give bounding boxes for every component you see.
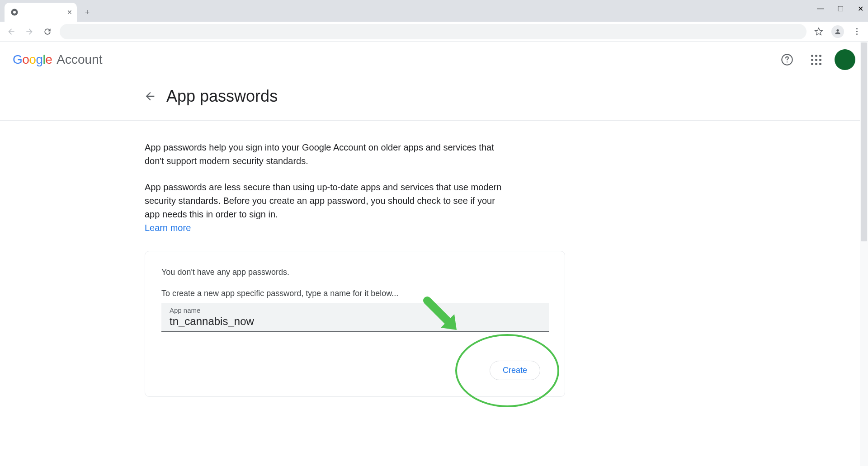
browser-tab[interactable]: ✕ <box>5 3 77 22</box>
forward-button[interactable] <box>22 24 37 39</box>
tab-favicon-icon <box>10 8 19 17</box>
scrollbar-thumb[interactable] <box>861 42 867 241</box>
address-bar[interactable] <box>60 24 807 39</box>
bookmark-star-icon[interactable] <box>811 24 826 39</box>
page-title: App passwords <box>166 87 278 106</box>
content-area: App passwords help you sign into your Go… <box>0 121 579 397</box>
maximize-icon[interactable]: ☐ <box>836 5 844 13</box>
reload-button[interactable] <box>40 24 55 39</box>
browser-toolbar <box>0 22 868 42</box>
google-logo-text: Google <box>13 52 52 67</box>
chrome-profile-icon[interactable] <box>830 24 845 39</box>
app-name-label: App name <box>170 306 541 314</box>
help-icon[interactable] <box>777 49 797 70</box>
app-passwords-card: You don't have any app passwords. To cre… <box>145 251 565 397</box>
app-header: Google Account <box>0 42 868 78</box>
description-2-text: App passwords are less secure than using… <box>145 182 501 219</box>
back-arrow-icon[interactable] <box>144 90 156 103</box>
svg-point-3 <box>787 61 788 62</box>
new-tab-button[interactable]: + <box>80 5 95 20</box>
svg-point-1 <box>13 11 16 14</box>
page-title-row: App passwords <box>0 78 868 121</box>
description-2: App passwords are less secure than using… <box>145 180 506 235</box>
window-controls: — ☐ ✕ <box>816 5 864 13</box>
back-button[interactable] <box>4 24 19 39</box>
avatar[interactable] <box>835 49 855 70</box>
chrome-menu-icon[interactable] <box>849 24 864 39</box>
browser-chrome: ✕ + — ☐ ✕ <box>0 0 868 42</box>
scrollbar[interactable] <box>860 42 868 466</box>
create-button[interactable]: Create <box>490 361 540 380</box>
empty-state-message: You don't have any app passwords. <box>161 268 548 277</box>
app-name-field[interactable] <box>170 314 541 329</box>
account-label: Account <box>57 52 102 67</box>
tab-bar: ✕ + — ☐ ✕ <box>0 0 868 22</box>
create-instruction: To create a new app specific password, t… <box>161 289 548 298</box>
description-1: App passwords help you sign into your Go… <box>145 141 506 168</box>
close-window-icon[interactable]: ✕ <box>856 5 864 13</box>
google-account-logo[interactable]: Google Account <box>13 52 103 67</box>
learn-more-link[interactable]: Learn more <box>145 223 191 233</box>
minimize-icon[interactable]: — <box>816 5 825 13</box>
app-name-input-wrap[interactable]: App name <box>161 303 549 332</box>
apps-icon[interactable] <box>806 49 826 70</box>
close-tab-icon[interactable]: ✕ <box>67 9 72 16</box>
